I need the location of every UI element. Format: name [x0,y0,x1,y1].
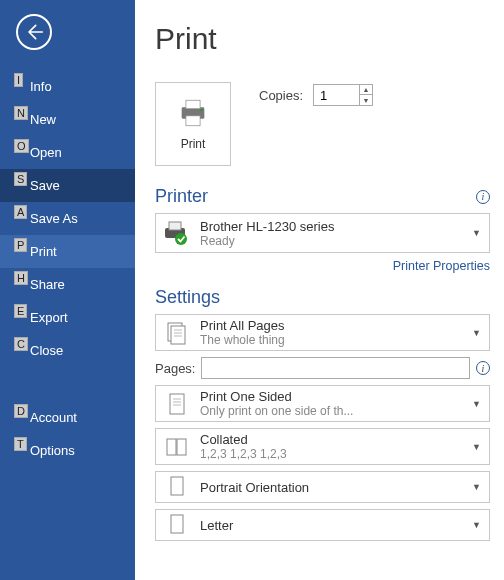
printer-status: Ready [200,234,462,248]
sidebar-item-label: Save [30,178,60,193]
svg-rect-16 [167,439,176,455]
setting-orientation-title: Portrait Orientation [200,480,462,495]
svg-point-6 [175,233,187,245]
keytip: C [14,337,28,351]
keytip: I [14,73,23,87]
chevron-down-icon: ▼ [470,442,483,452]
sidebar-item-close[interactable]: CClose [0,334,135,367]
sidebar-item-label: Options [30,443,75,458]
sidebar-item-label: Export [30,310,68,325]
svg-rect-19 [171,515,183,533]
sidebar-item-label: Account [30,410,77,425]
sidebar-item-info[interactable]: IInfo [0,70,135,103]
setting-sides-title: Print One Sided [200,389,462,404]
keytip: T [14,437,27,451]
setting-scope-sub: The whole thing [200,333,462,347]
keytip: S [14,172,27,186]
copies-spinner: ▲ ▼ [313,84,373,106]
svg-rect-2 [186,116,200,126]
sidebar-item-save[interactable]: SSave [0,169,135,202]
main-panel: Print Print Copies: ▲ ▼ Printer i [135,0,504,580]
sidebar-item-new[interactable]: NNew [0,103,135,136]
printer-name: Brother HL-1230 series [200,219,462,234]
settings-section-head: Settings [155,287,490,308]
backstage-sidebar: IInfo NNew OOpen SSave ASave As PPrint H… [0,0,135,580]
svg-rect-12 [170,394,184,414]
portrait-icon [162,475,192,499]
pages-input[interactable] [201,357,470,379]
print-row: Print Copies: ▲ ▼ [155,82,490,166]
sidebar-item-label: Share [30,277,65,292]
printer-section-title: Printer [155,186,476,207]
setting-collate-dropdown[interactable]: Collated 1,2,3 1,2,3 1,2,3 ▼ [155,428,490,465]
chevron-down-icon: ▼ [470,328,483,338]
print-button[interactable]: Print [155,82,231,166]
keytip: O [14,139,29,153]
copies-group: Copies: ▲ ▼ [259,84,373,106]
printer-status-icon [162,220,192,246]
sidebar-item-print[interactable]: PPrint [0,235,135,268]
setting-orientation-dropdown[interactable]: Portrait Orientation ▼ [155,471,490,503]
setting-sides-dropdown[interactable]: Print One Sided Only print on one side o… [155,385,490,422]
chevron-down-icon: ▼ [470,228,483,238]
info-icon[interactable]: i [476,190,490,204]
pages-row: Pages: i [155,357,490,379]
collated-icon [162,434,192,460]
back-arrow-icon [24,22,44,42]
back-button[interactable] [16,14,52,50]
printer-icon [176,97,210,129]
setting-scope-title: Print All Pages [200,318,462,333]
sidebar-item-label: Close [30,343,63,358]
setting-paper-title: Letter [200,518,462,533]
sidebar-item-share[interactable]: HShare [0,268,135,301]
setting-paper-dropdown[interactable]: Letter ▼ [155,509,490,541]
keytip: E [14,304,27,318]
pages-label: Pages: [155,361,195,376]
sidebar-item-options[interactable]: TOptions [0,434,135,467]
pages-icon [162,320,192,346]
setting-collate-title: Collated [200,432,462,447]
printer-properties-link[interactable]: Printer Properties [393,259,490,273]
print-button-label: Print [181,137,206,151]
copies-up-button[interactable]: ▲ [360,85,372,95]
setting-scope-dropdown[interactable]: Print All Pages The whole thing ▼ [155,314,490,351]
setting-collate-sub: 1,2,3 1,2,3 1,2,3 [200,447,462,461]
sidebar-item-label: Info [30,79,52,94]
copies-label: Copies: [259,88,303,103]
sidebar-item-save-as[interactable]: ASave As [0,202,135,235]
svg-rect-8 [171,326,185,344]
keytip: P [14,238,27,252]
chevron-down-icon: ▼ [470,399,483,409]
copies-down-button[interactable]: ▼ [360,95,372,105]
svg-rect-17 [177,439,186,455]
sidebar-gap [0,367,135,401]
sidebar-item-export[interactable]: EExport [0,301,135,334]
chevron-down-icon: ▼ [470,520,483,530]
printer-dropdown[interactable]: Brother HL-1230 series Ready ▼ [155,213,490,253]
setting-sides-sub: Only print on one side of th... [200,404,462,418]
sidebar-item-open[interactable]: OOpen [0,136,135,169]
svg-rect-18 [171,477,183,495]
info-icon[interactable]: i [476,361,490,375]
sidebar-item-account[interactable]: DAccount [0,401,135,434]
sidebar-item-label: Save As [30,211,78,226]
sidebar-item-label: Print [30,244,57,259]
svg-rect-5 [169,222,181,230]
page-title: Print [155,22,490,56]
chevron-down-icon: ▼ [470,482,483,492]
one-sided-icon [162,391,192,417]
paper-icon [162,513,192,537]
copies-input[interactable] [314,85,359,105]
printer-section-head: Printer i [155,186,490,207]
svg-point-3 [200,109,202,111]
sidebar-item-label: New [30,112,56,127]
keytip: H [14,271,28,285]
keytip: N [14,106,28,120]
settings-section-title: Settings [155,287,490,308]
keytip: A [14,205,27,219]
keytip: D [14,404,28,418]
sidebar-item-label: Open [30,145,62,160]
svg-rect-1 [186,100,200,109]
